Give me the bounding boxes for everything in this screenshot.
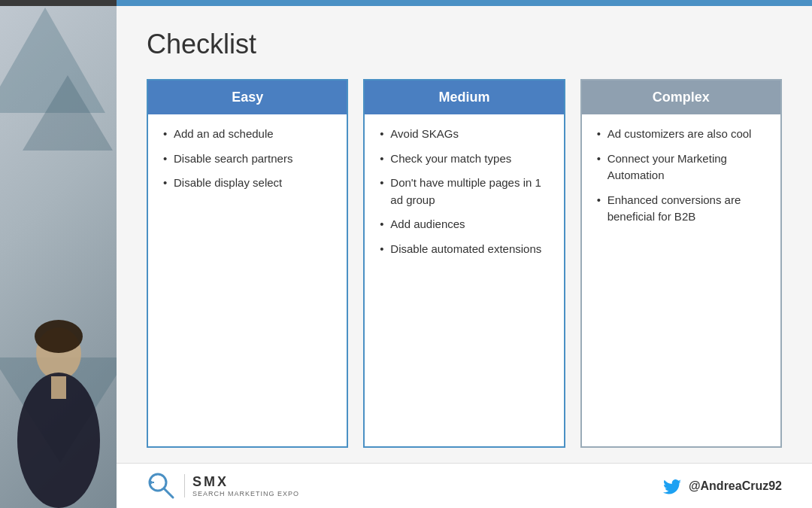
list-item: Add audiences [380,216,552,233]
smx-small-label: Search Marketing Expo [192,490,299,497]
list-item: Don't have multiple pages in 1 ad group [380,175,552,208]
slide-footer: SMX Search Marketing Expo @AndreaCruz92 [117,463,812,508]
medium-card-header: Medium [365,81,563,114]
easy-card: Easy Add an ad schedule Disable search p… [147,79,348,448]
svg-line-5 [164,488,173,497]
complex-card-header: Complex [582,81,780,114]
cards-row: Easy Add an ad schedule Disable search p… [147,79,782,448]
top-bar [117,0,812,6]
smx-text-block: SMX Search Marketing Expo [184,474,299,497]
medium-card: Medium Avoid SKAGs Check your match type… [363,79,565,448]
twitter-handle-text: @AndreaCruz92 [689,479,782,493]
svg-point-7 [150,481,153,484]
list-item: Add an ad schedule [163,126,335,143]
list-item: Disable display select [163,175,335,192]
medium-card-list: Avoid SKAGs Check your match types Don't… [380,126,552,257]
list-item: Enhanced conversions are beneficial for … [597,192,769,226]
list-item: Connect your Marketing Automation [597,151,769,184]
list-item: Disable search partners [163,151,335,168]
webcam-panel [0,0,117,508]
slide-title: Checklist [147,29,782,60]
smx-logo: SMX Search Marketing Expo [147,471,299,501]
list-item: Check your match types [380,151,552,168]
medium-card-body: Avoid SKAGs Check your match types Don't… [365,114,563,446]
list-item: Disable automated extensions [380,241,552,258]
complex-card-list: Ad customizers are also cool Connect you… [597,126,769,226]
twitter-icon [663,476,683,496]
smx-logo-icon [147,471,177,501]
twitter-handle: @AndreaCruz92 [663,476,782,496]
person-silhouette [6,312,111,508]
list-item: Ad customizers are also cool [597,126,769,143]
list-item: Avoid SKAGs [380,126,552,143]
slide-container: Checklist Easy Add an ad schedule Disabl… [117,0,812,508]
easy-card-header: Easy [148,81,347,114]
complex-card: Complex Ad customizers are also cool Con… [580,79,782,448]
slide-content: Checklist Easy Add an ad schedule Disabl… [117,6,812,463]
easy-card-body: Add an ad schedule Disable search partne… [148,114,347,446]
svg-rect-3 [51,376,66,399]
svg-point-1 [35,320,83,353]
smx-big-label: SMX [192,474,299,490]
complex-card-body: Ad customizers are also cool Connect you… [582,114,780,446]
easy-card-list: Add an ad schedule Disable search partne… [163,126,335,192]
